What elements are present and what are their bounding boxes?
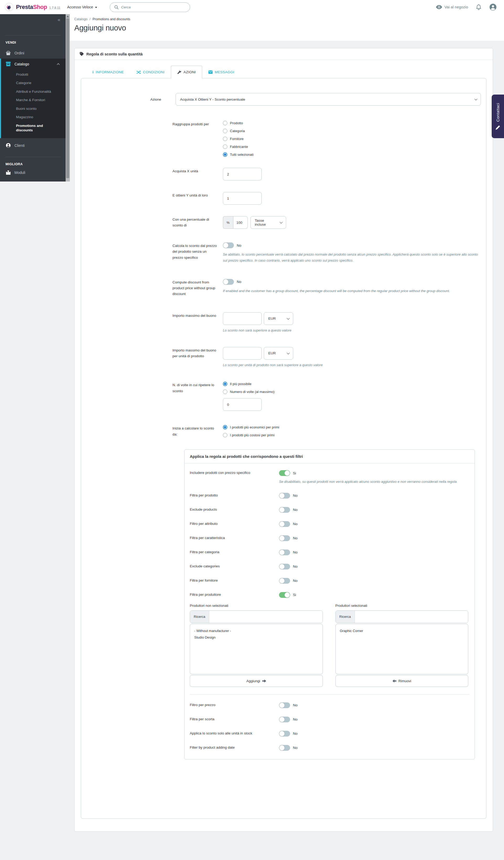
discount-in-stock-toggle[interactable] (279, 731, 290, 736)
unselected-manufacturers-list[interactable]: - Without manufacturer - Studio Design (190, 624, 323, 674)
unselected-search-group: Ricerca (190, 611, 323, 623)
search-input[interactable] (121, 5, 186, 9)
list-item[interactable]: Graphic Corner (340, 628, 464, 634)
quick-access-menu[interactable]: Accesso Veloce (67, 5, 97, 9)
sidebar-item-products[interactable]: Prodotti (1, 70, 65, 79)
filter-manufacturer-toggle[interactable] (279, 592, 290, 598)
card-header: Regola di sconto sulla quantità (75, 48, 493, 60)
tab-condizioni[interactable]: CONDIZIONI (130, 66, 171, 78)
filter-stock-toggle[interactable] (279, 717, 290, 722)
arrow-left-icon (392, 679, 396, 683)
filter-product-toggle[interactable] (279, 493, 290, 499)
user-avatar-icon[interactable] (489, 3, 496, 11)
breadcrumb-parent[interactable]: Catalogo (74, 17, 87, 21)
filter-category-row: Filtra per categoria No (190, 549, 468, 555)
radio-group-by-all-selected[interactable]: Tutti selezionati (223, 152, 481, 157)
filter-price-toggle[interactable] (279, 702, 290, 708)
radio-repeat-max[interactable]: Il più possibile (223, 382, 481, 386)
sidebar-item-brands[interactable]: Marche & Fornitori (1, 96, 65, 104)
sidebar-catalog-block: Catalogo Prodotti Categorie Attributi e … (0, 59, 65, 138)
filter-supplier-row: Filtra per fornitore No (190, 578, 468, 584)
unselected-search-label: Ricerca (190, 611, 209, 623)
radio-group-by-manufacturer[interactable]: Fabbricante (223, 144, 481, 149)
contact-us-tab[interactable]: Contattaci (492, 95, 504, 138)
exclude-categories-toggle[interactable] (279, 564, 290, 570)
remove-manufacturer-button[interactable]: Rimuovi (336, 675, 469, 687)
radio-icon[interactable] (223, 144, 227, 149)
filter-feature-toggle[interactable] (279, 535, 290, 541)
action-row: Azione Acquista X Ottieni Y - Sconto per… (81, 93, 481, 105)
max-amount-input[interactable] (223, 312, 262, 325)
percent-row: Con una percentuale di sconto di % Tasse… (173, 216, 481, 229)
radio-cheapest-first[interactable]: I prodotti più economici per primi (223, 425, 481, 429)
tab-messaggi[interactable]: MESSAGGI (202, 66, 240, 78)
radio-icon[interactable] (223, 433, 227, 438)
include-specific-toggle[interactable] (279, 470, 290, 476)
max-amount-unit-input[interactable] (223, 347, 262, 360)
breadcrumb-current[interactable]: Promotions and discounts (93, 17, 131, 21)
percent-label: Con una percentuale di sconto di (173, 216, 223, 229)
exclude-products-toggle[interactable] (279, 507, 290, 513)
radio-icon[interactable] (223, 129, 227, 133)
buy-x-input[interactable] (223, 168, 262, 181)
no-group-discount-toggle[interactable] (223, 279, 234, 285)
filter-category-toggle[interactable] (279, 549, 290, 555)
wrench-icon (177, 70, 181, 74)
radio-icon[interactable] (223, 389, 227, 394)
sidebar-item-modules[interactable]: Moduli (0, 169, 65, 178)
prestashop-logo[interactable]: PrestaShop (5, 3, 47, 12)
radio-group-by-supplier[interactable]: Fornitore (223, 137, 481, 141)
list-item[interactable]: Studio Design (194, 634, 318, 641)
global-search[interactable] (110, 2, 190, 12)
scrollbar-thumb[interactable] (66, 18, 69, 178)
max-amount-unit-currency-select[interactable]: EUR (264, 347, 293, 360)
tab-azioni[interactable]: AZIONI (171, 66, 202, 78)
selected-manufacturers-list[interactable]: Graphic Corner (336, 624, 469, 674)
sidebar-item-catalog[interactable]: Catalogo (1, 59, 65, 70)
no-specific-price-toggle[interactable] (223, 242, 234, 248)
filters-panel-title: Applica la regola ai prodotti che corris… (184, 450, 475, 463)
filters-panel: Applica la regola ai prodotti che corris… (184, 449, 475, 759)
add-manufacturer-button[interactable]: Aggiungi (190, 675, 323, 687)
sidebar-item-stock[interactable]: Magazzino (1, 113, 65, 121)
repeat-number-input[interactable] (223, 398, 262, 411)
list-item[interactable]: - Without manufacturer - (194, 628, 318, 634)
radio-group-by-product[interactable]: Prodotto (223, 121, 481, 125)
action-select[interactable]: Acquista X Ottieni Y - Sconto percentual… (176, 93, 481, 105)
filter-adding-date-toggle[interactable] (279, 745, 290, 751)
include-specific-help: Se disabilitato, su questi prodotti non … (279, 478, 457, 485)
sidebar-item-orders[interactable]: Ordini (0, 47, 65, 59)
radio-group-by-category[interactable]: Categoria (223, 129, 481, 133)
tab-informazione[interactable]: i INFORMAZIONE (86, 66, 130, 78)
sidebar-item-customers[interactable]: Clienti (0, 140, 65, 151)
radio-icon[interactable] (223, 121, 227, 125)
radio-checked-icon[interactable] (223, 425, 227, 429)
sidebar-item-attributes[interactable]: Attributi e Funzionalità (1, 87, 65, 96)
divider (190, 694, 469, 694)
selected-search-input[interactable] (355, 611, 468, 623)
radio-checked-icon[interactable] (223, 152, 227, 157)
notifications-bell-icon[interactable] (476, 4, 481, 10)
max-amount-currency-select[interactable]: EUR (264, 312, 293, 325)
filter-product-row: Filtra per prodotto No (190, 493, 468, 499)
radio-repeat-number[interactable]: Numero di volte (al massimo): (223, 389, 481, 394)
unselected-search-input[interactable] (209, 611, 322, 623)
tax-select[interactable]: Tasse incluse (250, 216, 286, 229)
filter-attribute-toggle[interactable] (279, 521, 290, 527)
buy-x-row: Acquista X unità (173, 168, 481, 181)
get-y-input[interactable] (223, 192, 262, 205)
sidebar-item-categories[interactable]: Categorie (1, 79, 65, 87)
sidebar-item-promotions[interactable]: Promotions and discounts (1, 121, 56, 134)
radio-expensive-first[interactable]: I prodotti più costosi per primi (223, 433, 481, 438)
sidebar-collapse-button[interactable]: « (0, 14, 65, 23)
chevron-down-icon (280, 221, 282, 224)
filter-supplier-toggle[interactable] (279, 578, 290, 584)
sidebar-scrollbar[interactable] (65, 14, 70, 182)
radio-icon[interactable] (223, 137, 227, 141)
view-shop-link[interactable]: Vai al negozio (436, 5, 468, 9)
sidebar-item-discounts[interactable]: Buoni sconto (1, 104, 65, 113)
radio-checked-icon[interactable] (223, 382, 227, 386)
contact-us-label: Contattaci (495, 103, 500, 122)
percent-input[interactable] (233, 216, 248, 229)
percent-input-group: % (223, 216, 248, 229)
